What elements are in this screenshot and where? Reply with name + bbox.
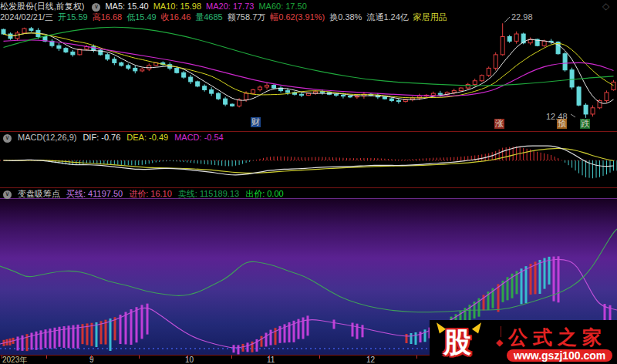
axis-tick [416, 356, 417, 359]
corner-diamond-icon[interactable]: ◇ [602, 1, 609, 12]
watermark-badge: 跌 [580, 119, 590, 129]
exit-price: 出价: 0.00 [245, 189, 284, 198]
dea-value: DEA: -0.49 [126, 133, 168, 142]
axis-tick [2, 356, 2, 359]
watermark-badge: 财 [251, 117, 261, 127]
axis-tick [319, 356, 320, 359]
axis-tick [139, 356, 140, 359]
logo-diamond-icon: ◆ [496, 337, 503, 348]
trading-app-window: 松发股份(日线,前复权)∨MA5: 15.40MA10: 15.98MA20: … [0, 0, 617, 364]
chart-canvas[interactable] [0, 0, 617, 364]
axis-month-label: 12 [366, 356, 375, 364]
logo-divider [501, 326, 501, 337]
axis-tick [46, 356, 47, 359]
axis-tick [369, 356, 369, 359]
watermark-logo: 股 ◆ 公式之家 www.gszj100.com [430, 320, 617, 364]
dif-value: DIF: -0.76 [83, 133, 120, 142]
buy-line-value: 买线: 41197.50 [66, 189, 123, 198]
logo-site-name: 公式之家 [508, 325, 607, 350]
indicator-title: 变盘吸筹点 [18, 189, 60, 198]
entry-price: 进价: 16.10 [129, 189, 172, 198]
logo-site-url: www.gszj100.com [507, 349, 612, 362]
collapse-chevron-icon[interactable]: ∨ [3, 134, 12, 143]
axis-month-label: 11 [267, 356, 275, 364]
macd-title: MACD(12,26,9) [18, 133, 76, 142]
logo-stock-character: 股 [443, 324, 471, 362]
watermark-badge: 预 [557, 119, 567, 129]
collapse-chevron-icon[interactable]: ∨ [3, 190, 12, 199]
axis-month-label: 10 [185, 356, 194, 364]
macd-value: MACD: -0.54 [174, 133, 224, 142]
axis-tick [91, 356, 92, 359]
high-label: 22.98 [511, 12, 533, 22]
axis-tick [187, 356, 188, 359]
axis-tick [269, 356, 270, 359]
macd-header: ∨MACD(12,26,9)DIF: -0.76DEA: -0.49MACD: … [0, 133, 617, 143]
sell-line-value: 卖线: 115189.13 [178, 189, 239, 198]
indicator-header: ∨变盘吸筹点买线: 41197.50进价: 16.10卖线: 115189.13… [0, 189, 617, 199]
axis-year-label: 2023年 [2, 356, 27, 364]
watermark-badge: 涨 [494, 119, 504, 129]
axis-tick [231, 356, 232, 359]
bull-horn-icon [472, 320, 484, 333]
